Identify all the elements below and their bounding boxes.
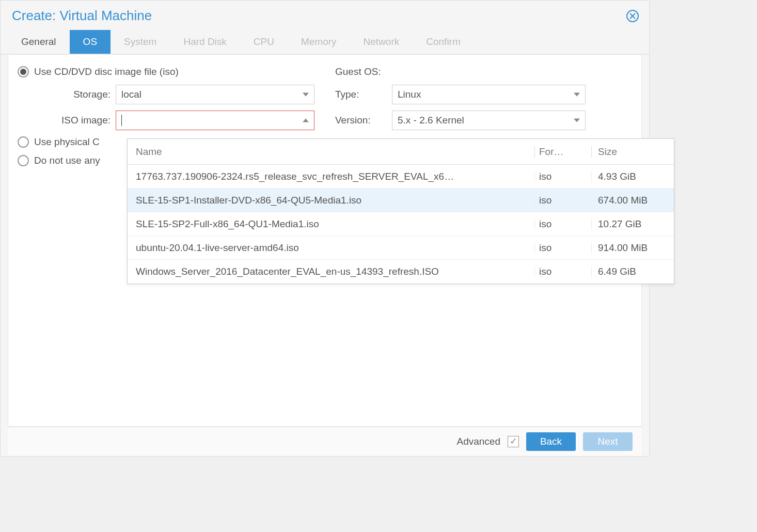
tab-os[interactable]: OS bbox=[70, 30, 111, 54]
iso-option-size: 674.00 MiB bbox=[591, 195, 674, 206]
chevron-down-icon bbox=[303, 119, 309, 122]
iso-option[interactable]: ubuntu-20.04.1-live-server-amd64.iso iso… bbox=[128, 236, 674, 260]
radio-use-iso-label: Use CD/DVD disc image file (iso) bbox=[34, 66, 179, 77]
radio-use-physical-label: Use physical C bbox=[34, 136, 100, 148]
iso-option-size: 6.49 GiB bbox=[591, 266, 674, 277]
iso-option[interactable]: Windows_Server_2016_Datacenter_EVAL_en-u… bbox=[128, 260, 674, 284]
advanced-checkbox[interactable] bbox=[508, 436, 519, 447]
chevron-down-icon bbox=[574, 119, 580, 122]
storage-combo[interactable]: local bbox=[116, 85, 314, 104]
os-panel: Use CD/DVD disc image file (iso) Storage… bbox=[8, 55, 642, 427]
iso-option-size: 914.00 MiB bbox=[591, 242, 674, 254]
iso-option[interactable]: SLE-15-SP1-Installer-DVD-x86_64-QU5-Medi… bbox=[128, 189, 674, 212]
iso-option-format: iso bbox=[534, 266, 591, 277]
iso-option-size: 10.27 GiB bbox=[591, 218, 674, 230]
os-type-combo[interactable]: Linux bbox=[392, 85, 586, 104]
next-button[interactable]: Next bbox=[583, 432, 633, 451]
storage-value: local bbox=[121, 89, 141, 100]
tab-general[interactable]: General bbox=[8, 30, 70, 54]
modal-title: Create: Virtual Machine bbox=[12, 8, 152, 24]
text-cursor bbox=[121, 115, 122, 126]
radio-use-iso[interactable] bbox=[18, 66, 29, 77]
os-version-value: 5.x - 2.6 Kernel bbox=[398, 115, 464, 126]
advanced-label: Advanced bbox=[456, 436, 500, 447]
iso-dropdown[interactable]: Name For… Size 17763.737.190906-2324.rs5… bbox=[127, 138, 674, 284]
chevron-down-icon bbox=[574, 93, 580, 97]
wizard-tabs: General OS System Hard Disk CPU Memory N… bbox=[1, 27, 649, 55]
iso-option-format: iso bbox=[534, 242, 591, 254]
iso-option[interactable]: 17763.737.190906-2324.rs5_release_svc_re… bbox=[128, 165, 674, 189]
os-version-combo[interactable]: 5.x - 2.6 Kernel bbox=[392, 111, 586, 130]
iso-option-name: 17763.737.190906-2324.rs5_release_svc_re… bbox=[128, 171, 534, 182]
radio-use-physical[interactable] bbox=[18, 136, 29, 148]
storage-label: Storage: bbox=[18, 89, 116, 100]
radio-use-iso-row[interactable]: Use CD/DVD disc image file (iso) bbox=[18, 66, 314, 77]
iso-image-label: ISO image: bbox=[18, 115, 116, 126]
type-label: Type: bbox=[335, 89, 392, 100]
wizard-footer: Advanced Back Next bbox=[8, 427, 642, 456]
col-header-name[interactable]: Name bbox=[128, 146, 534, 158]
os-type-value: Linux bbox=[398, 89, 421, 100]
version-label: Version: bbox=[335, 115, 392, 126]
radio-no-media[interactable] bbox=[18, 155, 29, 166]
iso-option[interactable]: SLE-15-SP2-Full-x86_64-QU1-Media1.iso is… bbox=[128, 212, 674, 236]
iso-option-size: 4.93 GiB bbox=[591, 171, 674, 182]
iso-option-format: iso bbox=[534, 218, 591, 230]
tab-confirm: Confirm bbox=[413, 30, 474, 54]
modal-header: Create: Virtual Machine bbox=[1, 1, 649, 27]
iso-option-name: Windows_Server_2016_Datacenter_EVAL_en-u… bbox=[128, 266, 534, 277]
radio-no-media-label: Do not use any bbox=[34, 155, 100, 166]
close-icon[interactable] bbox=[626, 10, 639, 22]
create-vm-modal: Create: Virtual Machine General OS Syste… bbox=[0, 0, 650, 457]
col-header-size[interactable]: Size bbox=[591, 146, 674, 158]
iso-option-format: iso bbox=[534, 195, 591, 206]
back-button[interactable]: Back bbox=[526, 432, 576, 451]
guest-os-label: Guest OS: bbox=[335, 66, 381, 77]
tab-cpu: CPU bbox=[240, 30, 288, 54]
tab-network: Network bbox=[350, 30, 413, 54]
tab-system: System bbox=[111, 30, 170, 54]
iso-option-name: SLE-15-SP2-Full-x86_64-QU1-Media1.iso bbox=[128, 218, 534, 230]
iso-option-name: SLE-15-SP1-Installer-DVD-x86_64-QU5-Medi… bbox=[128, 195, 534, 206]
tab-harddisk: Hard Disk bbox=[170, 30, 240, 54]
iso-option-format: iso bbox=[534, 171, 591, 182]
iso-dropdown-header: Name For… Size bbox=[128, 139, 674, 165]
iso-option-name: ubuntu-20.04.1-live-server-amd64.iso bbox=[128, 242, 534, 254]
chevron-down-icon bbox=[303, 93, 309, 97]
col-header-format[interactable]: For… bbox=[534, 146, 591, 158]
iso-image-combo[interactable] bbox=[116, 111, 314, 130]
tab-memory: Memory bbox=[288, 30, 350, 54]
